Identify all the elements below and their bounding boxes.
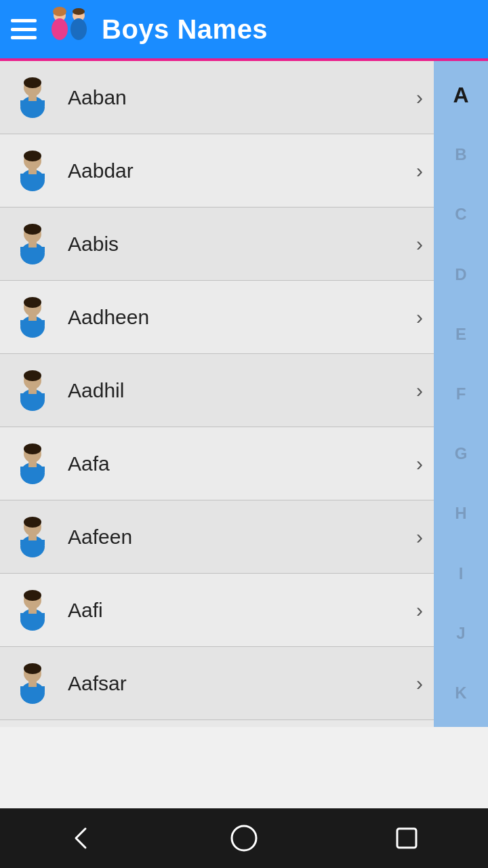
name-label: Aafi (68, 599, 411, 622)
svg-rect-39 (20, 540, 45, 545)
hamburger-menu-button[interactable] (11, 19, 37, 39)
alpha-letter-k[interactable]: K (434, 663, 488, 723)
name-label: Aadheen (68, 306, 411, 329)
alpha-letter-h[interactable]: H (434, 484, 488, 543)
svg-rect-15 (28, 167, 37, 174)
name-label: Aafa (68, 452, 411, 475)
avatar-icon (11, 662, 54, 705)
svg-rect-34 (20, 467, 45, 472)
list-item[interactable]: Aadhil› (0, 354, 434, 427)
recents-button[interactable] (386, 818, 427, 859)
alpha-letter-j[interactable]: J (434, 604, 488, 663)
svg-rect-29 (20, 393, 45, 399)
chevron-right-icon: › (416, 599, 423, 622)
svg-point-4 (73, 8, 85, 15)
svg-rect-24 (20, 320, 45, 326)
svg-rect-19 (20, 247, 45, 252)
svg-point-37 (24, 517, 41, 528)
name-label: Aabdar (68, 159, 411, 182)
alpha-letter-d[interactable]: D (434, 245, 488, 304)
chevron-right-icon: › (416, 159, 423, 182)
svg-point-22 (24, 297, 41, 308)
svg-rect-44 (20, 613, 45, 618)
svg-rect-25 (28, 314, 37, 321)
list-item[interactable]: Aabis› (0, 208, 434, 281)
app-header: Boys Names (0, 0, 488, 61)
svg-point-47 (24, 663, 41, 674)
list-item[interactable]: Aaban› (0, 61, 434, 134)
alpha-letter-g[interactable]: G (434, 424, 488, 484)
svg-point-1 (53, 7, 66, 16)
svg-rect-30 (28, 387, 37, 394)
list-item[interactable]: Aafsar› (0, 647, 434, 720)
name-label: Aafeen (68, 526, 411, 549)
name-label: Aadhil (68, 379, 411, 402)
svg-rect-40 (28, 534, 37, 540)
avatar-icon (11, 442, 54, 486)
alpha-letter-i[interactable]: I (434, 544, 488, 604)
svg-point-2 (52, 18, 68, 40)
svg-point-27 (24, 370, 41, 381)
header-logo-icon (45, 5, 94, 54)
svg-rect-35 (28, 460, 37, 467)
svg-point-7 (24, 77, 41, 88)
svg-rect-10 (28, 94, 37, 101)
svg-rect-49 (20, 686, 45, 692)
svg-rect-14 (20, 174, 45, 179)
svg-point-32 (24, 443, 41, 454)
svg-point-17 (24, 224, 41, 235)
avatar-icon (11, 76, 54, 119)
chevron-right-icon: › (416, 233, 423, 256)
svg-rect-50 (28, 680, 37, 687)
avatar-icon (11, 369, 54, 412)
main-content: Aaban› Aabdar› (0, 61, 488, 727)
empty-space (0, 727, 488, 808)
alpha-letter-e[interactable]: E (434, 304, 488, 364)
chevron-right-icon: › (416, 452, 423, 475)
avatar-icon (11, 589, 54, 632)
svg-rect-9 (20, 100, 45, 106)
alpha-letter-c[interactable]: C (434, 184, 488, 244)
svg-rect-45 (28, 607, 37, 614)
page-title: Boys Names (102, 14, 268, 45)
list-item[interactable]: Aadheen› (0, 281, 434, 354)
chevron-right-icon: › (416, 86, 423, 109)
chevron-right-icon: › (416, 379, 423, 402)
chevron-right-icon: › (416, 526, 423, 549)
svg-point-12 (24, 151, 41, 161)
avatar-icon (11, 222, 54, 266)
avatar-icon (11, 149, 54, 193)
alpha-letter-f[interactable]: F (434, 364, 488, 424)
home-button[interactable] (224, 818, 264, 859)
back-button[interactable] (61, 818, 102, 859)
svg-point-42 (24, 590, 41, 601)
list-item[interactable]: Aafa› (0, 427, 434, 500)
list-item[interactable]: Aafi› (0, 574, 434, 647)
name-label: Aaban (68, 86, 411, 109)
svg-point-51 (232, 826, 256, 850)
names-list: Aaban› Aabdar› (0, 61, 434, 727)
list-item[interactable]: Aabdar› (0, 134, 434, 208)
alpha-letter-a[interactable]: A (434, 65, 488, 125)
svg-point-5 (70, 18, 87, 40)
avatar-icon (11, 515, 54, 559)
svg-rect-52 (397, 829, 416, 848)
alphabet-sidebar: ABCDEFGHIJK (434, 61, 488, 727)
avatar-icon (11, 296, 54, 339)
bottom-navigation (0, 808, 488, 868)
name-label: Aabis (68, 233, 411, 256)
name-label: Aafsar (68, 672, 411, 695)
list-item[interactable]: Aafeen› (0, 500, 434, 574)
chevron-right-icon: › (416, 306, 423, 329)
svg-rect-20 (28, 241, 37, 248)
chevron-right-icon: › (416, 672, 423, 695)
alpha-letter-b[interactable]: B (434, 125, 488, 184)
